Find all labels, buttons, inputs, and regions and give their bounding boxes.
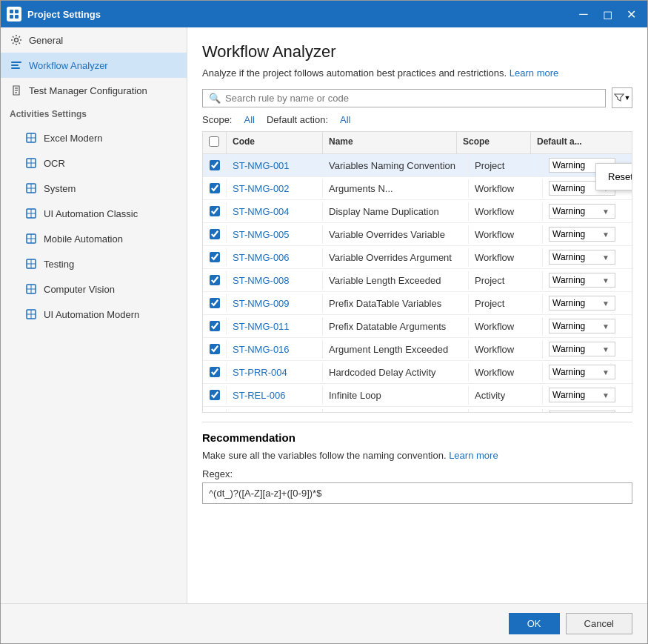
sidebar-item-excel-modern[interactable]: Excel Modern	[1, 125, 187, 150]
row-checkbox-cell-3	[203, 225, 227, 243]
sidebar-item-ui-automation-modern[interactable]: UI Automation Modern	[1, 302, 187, 327]
row-default-select-4[interactable]: WarningErrorInfo	[549, 250, 615, 265]
filter-button[interactable]: ▼	[612, 87, 632, 108]
row-code-8[interactable]: ST-NMG-016	[227, 340, 323, 359]
app-icon	[7, 7, 21, 21]
default-action-value-link[interactable]: All	[340, 114, 350, 125]
table-row: ST-SEC-007 SecureString Argument Usage W…	[203, 407, 632, 412]
row-checkbox-9[interactable]	[210, 367, 220, 377]
row-checkbox-1[interactable]	[210, 183, 220, 193]
sidebar-item-ocr[interactable]: OCR	[1, 150, 187, 176]
row-code-2[interactable]: ST-NMG-004	[227, 202, 323, 221]
cancel-button[interactable]: Cancel	[566, 613, 632, 634]
row-code-11[interactable]: ST-SEC-007	[227, 409, 323, 413]
row-code-5[interactable]: ST-NMG-008	[227, 271, 323, 290]
row-default-select-7[interactable]: WarningErrorInfo	[549, 319, 615, 333]
row-code-4[interactable]: ST-NMG-006	[227, 248, 323, 267]
header-code: Code	[227, 132, 323, 153]
learn-more-link-recommendation[interactable]: Learn more	[449, 450, 498, 461]
row-default-select-9[interactable]: WarningErrorInfo	[549, 365, 615, 379]
table-row: ST-NMG-009 Prefix DataTable Variables Pr…	[203, 292, 632, 315]
rules-table: Code Name Scope Default a... ST-NMG-001 …	[202, 131, 632, 413]
row-code-7[interactable]: ST-NMG-011	[227, 317, 323, 336]
row-checkbox-cell-8	[203, 340, 227, 358]
sidebar-item-system[interactable]: System	[1, 176, 187, 201]
row-default-select-2[interactable]: WarningErrorInfo	[549, 204, 615, 219]
sidebar-item-mobile-automation[interactable]: Mobile Automation	[1, 226, 187, 251]
row-checkbox-4[interactable]	[210, 252, 220, 262]
regex-label: Regex:	[202, 468, 632, 479]
close-button[interactable]: ✕	[621, 4, 641, 24]
row-checkbox-10[interactable]	[210, 390, 220, 400]
row-checkbox-0[interactable]	[210, 160, 220, 170]
row-name-6: Prefix DataTable Variables	[323, 294, 469, 313]
row-default-11: ErrorWarningInfo ▼	[543, 407, 632, 412]
row-default-select-10[interactable]: WarningErrorInfo	[549, 388, 615, 402]
row-code-10[interactable]: ST-REL-006	[227, 386, 323, 405]
gear-icon	[10, 33, 23, 47]
excel-modern-icon	[24, 131, 38, 145]
row-default-select-11[interactable]: ErrorWarningInfo	[549, 411, 615, 412]
context-menu-reset[interactable]: Reset to default	[596, 167, 632, 187]
row-code-9[interactable]: ST-PRR-004	[227, 363, 323, 382]
row-checkbox-cell-6	[203, 294, 227, 312]
row-name-8: Argument Length Exceeded	[323, 340, 469, 359]
row-name-7: Prefix Datatable Arguments	[323, 317, 469, 336]
row-scope-9: Workflow	[469, 363, 543, 382]
row-name-9: Hardcoded Delay Activity	[323, 363, 469, 382]
test-icon	[10, 84, 23, 97]
title-bar-buttons: ─ ◻ ✕	[573, 4, 641, 24]
sidebar-label-testing: Testing	[44, 259, 74, 270]
header-checkbox-cell	[203, 132, 227, 153]
row-checkbox-8[interactable]	[210, 344, 220, 354]
row-code-0[interactable]: ST-NMG-001	[227, 156, 323, 175]
row-code-1[interactable]: ST-NMG-002	[227, 179, 323, 198]
row-default-5: WarningErrorInfo ▼	[543, 269, 632, 291]
sidebar-item-computer-vision[interactable]: Computer Vision	[1, 276, 187, 302]
row-code-3[interactable]: ST-NMG-005	[227, 225, 323, 244]
ok-button[interactable]: OK	[509, 613, 560, 634]
sidebar-item-ui-automation-classic[interactable]: UI Automation Classic	[1, 201, 187, 226]
scope-value-link[interactable]: All	[244, 114, 254, 125]
row-checkbox-5[interactable]	[210, 275, 220, 285]
row-scope-3: Workflow	[469, 225, 543, 244]
main-content: General Workflow Analyzer Test Manager C…	[1, 27, 647, 603]
svg-rect-0	[10, 10, 13, 13]
row-checkbox-cell-10	[203, 386, 227, 404]
svg-rect-7	[11, 67, 20, 69]
workflow-icon	[10, 59, 23, 72]
learn-more-link-top[interactable]: Learn more	[510, 67, 558, 79]
sidebar-item-test-manager[interactable]: Test Manager Configuration	[1, 78, 187, 103]
table-row: ST-REL-006 Infinite Loop Activity Warnin…	[203, 384, 632, 407]
sidebar-item-workflow-analyzer[interactable]: Workflow Analyzer	[1, 53, 187, 78]
row-default-select-5[interactable]: WarningErrorInfo	[549, 273, 615, 288]
toolbar: 🔍 ▼	[202, 87, 632, 108]
sidebar-item-testing[interactable]: Testing	[1, 251, 187, 276]
scope-label: Scope:	[202, 114, 232, 125]
row-checkbox-7[interactable]	[210, 321, 220, 331]
maximize-button[interactable]: ◻	[597, 4, 618, 24]
recommendation-section: Recommendation Make sure all the variabl…	[202, 422, 632, 504]
regex-input[interactable]	[202, 482, 632, 504]
minimize-button[interactable]: ─	[573, 4, 594, 24]
recommendation-body-text: Make sure all the variables follow the n…	[202, 450, 447, 461]
sidebar-item-general[interactable]: General	[1, 27, 187, 53]
header-checkbox[interactable]	[209, 136, 219, 147]
table-row: ST-NMG-008 Variable Length Exceeded Proj…	[203, 269, 632, 292]
row-checkbox-3[interactable]	[210, 229, 220, 239]
row-code-6[interactable]: ST-NMG-009	[227, 294, 323, 313]
row-scope-1: Workflow	[469, 179, 543, 198]
row-default-select-6[interactable]: WarningErrorInfo	[549, 296, 615, 311]
svg-rect-5	[11, 62, 21, 63]
row-checkbox-2[interactable]	[210, 206, 220, 216]
subtitle-text: Analyze if the project follows automatio…	[202, 67, 507, 79]
row-scope-4: Workflow	[469, 248, 543, 267]
row-default-select-3[interactable]: WarningErrorInfo	[549, 227, 615, 242]
recommendation-title: Recommendation	[202, 431, 632, 444]
search-input[interactable]	[225, 93, 599, 104]
table-row: ST-NMG-004 Display Name Duplication Work…	[203, 200, 632, 223]
row-checkbox-6[interactable]	[210, 298, 220, 308]
ocr-icon	[24, 156, 38, 170]
row-default-select-8[interactable]: WarningErrorInfo	[549, 342, 615, 356]
row-scope-11: Workflow	[469, 409, 543, 413]
